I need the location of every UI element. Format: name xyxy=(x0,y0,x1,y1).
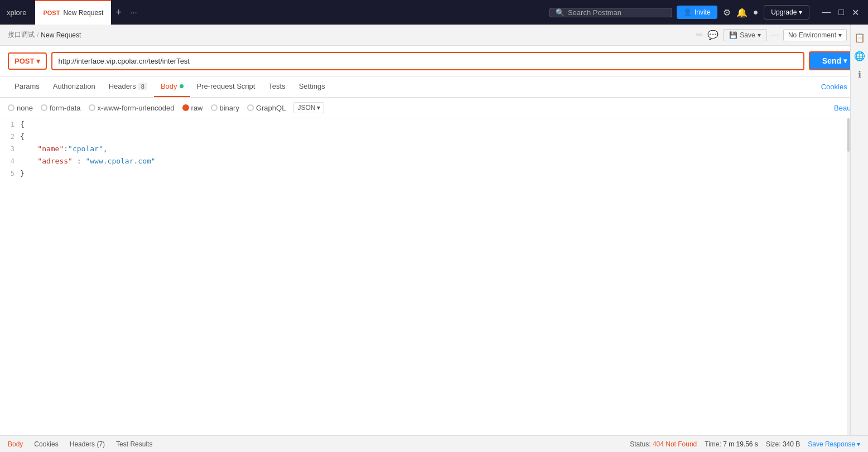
breadcrumb-separator: / xyxy=(37,31,38,39)
active-tab[interactable]: POST New Request xyxy=(35,0,111,25)
invite-button[interactable]: 👤 Invite xyxy=(677,6,717,19)
breadcrumb-current: New Request xyxy=(41,31,81,39)
env-controls: ✏ 💬 💾 Save ▾ ··· No Environment ▾ 👁 xyxy=(696,29,860,41)
line-number: 4 xyxy=(0,155,20,167)
save-chevron-icon: ▾ xyxy=(758,31,761,39)
save-button[interactable]: 💾 Save ▾ xyxy=(723,29,766,41)
size-info: Size: 340 B xyxy=(766,440,800,448)
line-number: 1 xyxy=(0,118,20,131)
line-content: } xyxy=(20,167,868,180)
method-label: POST xyxy=(15,57,34,65)
right-panel-icon-1[interactable]: 📋 xyxy=(854,32,865,43)
tab-pre-request[interactable]: Pre-request Script xyxy=(190,76,262,97)
status-bar: Body Cookies Headers (7) Test Results St… xyxy=(0,435,868,452)
close-button[interactable]: ✕ xyxy=(850,7,861,18)
search-icon: 🔍 xyxy=(556,8,565,17)
more-options-button[interactable]: ··· xyxy=(771,30,779,40)
invite-icon: 👤 xyxy=(683,8,692,16)
app-title: xplore xyxy=(7,8,26,17)
comment-button[interactable]: 💬 xyxy=(707,30,718,40)
save-response-chevron-icon: ▾ xyxy=(857,440,860,448)
more-tabs-button[interactable]: ··· xyxy=(126,0,142,25)
opt-binary[interactable]: binary xyxy=(211,104,239,112)
code-line-2: 2 { xyxy=(0,131,868,143)
form-data-radio[interactable] xyxy=(41,104,47,111)
url-input[interactable] xyxy=(58,53,797,69)
search-bar[interactable]: 🔍 xyxy=(549,8,672,17)
upgrade-button[interactable]: Upgrade ▾ xyxy=(764,5,809,20)
opt-form-data[interactable]: form-data xyxy=(41,104,81,112)
tab-body[interactable]: Body xyxy=(154,76,190,97)
time-value: 7 m 19.56 s xyxy=(723,440,758,448)
line-content: "name":"cpolar", xyxy=(20,143,868,155)
url-bar: POST ▾ Send ▾ xyxy=(0,46,868,76)
request-tabs: Params Authorization Headers 8 Body Pre-… xyxy=(0,76,868,98)
tab-bar: POST New Request + ··· xyxy=(35,0,545,25)
raw-radio[interactable] xyxy=(182,104,189,111)
cookies-link[interactable]: Cookies xyxy=(818,77,851,97)
urlencoded-radio[interactable] xyxy=(89,104,95,111)
opt-graphql[interactable]: GraphQL xyxy=(247,104,286,112)
url-input-wrap xyxy=(51,52,804,70)
code-line-1: 1 { xyxy=(0,118,868,131)
tab-params[interactable]: Params xyxy=(8,76,46,97)
status-value: 404 Not Found xyxy=(653,440,697,448)
right-panel-icon-2[interactable]: 🌐 xyxy=(854,51,865,61)
tab-settings[interactable]: Settings xyxy=(292,76,332,97)
maximize-button[interactable]: □ xyxy=(836,7,846,18)
save-response-button[interactable]: Save Response ▾ xyxy=(808,440,860,448)
edit-button[interactable]: ✏ xyxy=(696,30,703,40)
body-options: none form-data x-www-form-urlencoded raw… xyxy=(0,98,868,118)
env-bar: 接口调试 / New Request ✏ 💬 💾 Save ▾ ··· No E… xyxy=(0,25,868,46)
breadcrumb: 接口调试 / New Request xyxy=(8,30,696,40)
right-panel-icon-3[interactable]: ℹ xyxy=(858,69,861,80)
window-controls: — □ ✕ xyxy=(819,7,861,18)
tab-method: POST xyxy=(43,9,60,16)
breadcrumb-link[interactable]: 接口调试 xyxy=(8,30,35,40)
tab-headers[interactable]: Headers 8 xyxy=(102,76,154,97)
code-editor[interactable]: 1 { 2 { 3 "name":"cpolar", 4 "adress" : … xyxy=(0,118,868,435)
status-label: Status: 404 Not Found xyxy=(630,440,697,448)
settings-button[interactable]: ⚙ xyxy=(723,7,731,18)
line-number: 2 xyxy=(0,131,20,143)
method-chevron-icon: ▾ xyxy=(36,57,40,65)
opt-urlencoded[interactable]: x-www-form-urlencoded xyxy=(89,104,175,112)
titlebar-actions: 👤 Invite ⚙ 🔔 ● Upgrade ▾ — □ ✕ xyxy=(677,5,861,20)
binary-radio[interactable] xyxy=(211,104,218,111)
add-tab-button[interactable]: + xyxy=(111,0,126,25)
tab-authorization[interactable]: Authorization xyxy=(46,76,102,97)
status-tab-headers[interactable]: Headers (7) xyxy=(64,440,110,448)
avatar-button[interactable]: ● xyxy=(753,7,759,17)
status-tab-cookies[interactable]: Cookies xyxy=(28,440,64,448)
search-input[interactable] xyxy=(568,8,666,17)
notification-button[interactable]: 🔔 xyxy=(736,7,748,18)
line-content: "adress" : "www.cpolar.com" xyxy=(20,155,868,167)
status-tab-body[interactable]: Body xyxy=(8,440,28,448)
format-select[interactable]: JSON ▾ xyxy=(293,102,324,113)
none-radio[interactable] xyxy=(8,104,15,111)
save-icon: 💾 xyxy=(729,31,737,39)
opt-none[interactable]: none xyxy=(8,104,33,112)
tab-name: New Request xyxy=(63,9,103,17)
line-number: 5 xyxy=(0,167,20,180)
graphql-radio[interactable] xyxy=(247,104,254,111)
headers-badge: 8 xyxy=(138,83,147,90)
status-tab-test-results[interactable]: Test Results xyxy=(110,440,158,448)
environment-select[interactable]: No Environment ▾ xyxy=(783,29,847,41)
time-info: Time: 7 m 19.56 s xyxy=(705,440,758,448)
send-chevron-icon: ▾ xyxy=(843,57,847,65)
code-line-3: 3 "name":"cpolar", xyxy=(0,143,868,155)
status-info: Status: 404 Not Found Time: 7 m 19.56 s … xyxy=(630,440,860,448)
scrollbar-thumb[interactable] xyxy=(847,118,850,152)
right-sidebar: 📋 🌐 ℹ xyxy=(850,25,868,435)
tab-tests[interactable]: Tests xyxy=(262,76,292,97)
minimize-button[interactable]: — xyxy=(819,7,833,18)
body-active-dot xyxy=(180,84,184,88)
format-chevron-icon: ▾ xyxy=(317,104,320,112)
opt-raw[interactable]: raw xyxy=(182,104,203,112)
size-value: 340 B xyxy=(783,440,800,448)
method-select[interactable]: POST ▾ xyxy=(8,52,47,70)
line-content: { xyxy=(20,131,868,143)
code-line-4: 4 "adress" : "www.cpolar.com" xyxy=(0,155,868,167)
code-line-5: 5 } xyxy=(0,167,868,180)
